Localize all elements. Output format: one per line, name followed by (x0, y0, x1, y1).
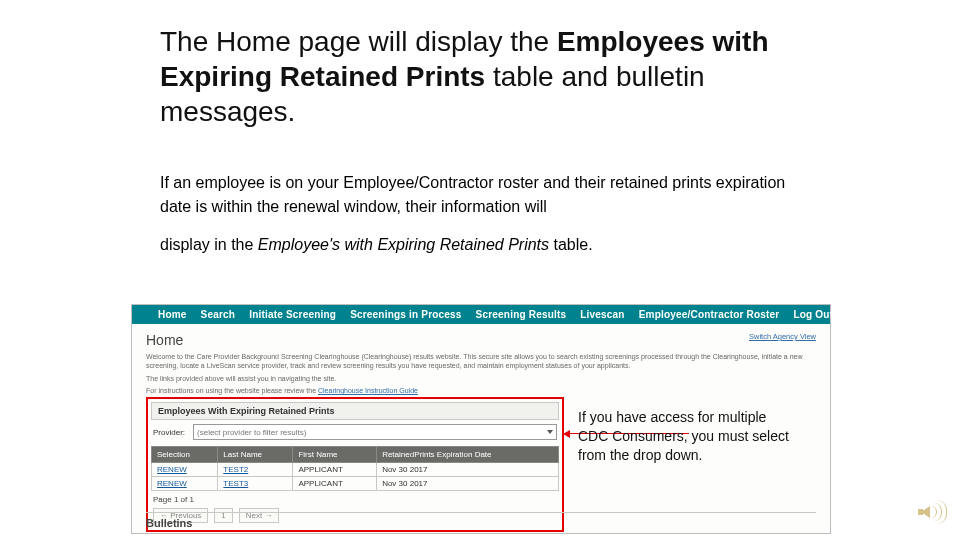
title-pre: The Home page will display the (160, 26, 557, 57)
welcome-blurb-3-pre: For instructions on using the website pl… (146, 387, 318, 394)
renew-link[interactable]: RENEW (152, 463, 218, 477)
expiration-cell: Nov 30 2017 (377, 477, 559, 491)
nav-roster[interactable]: Employee/Contractor Roster (639, 309, 780, 320)
body-paragraph: If an employee is on your Employee/Contr… (160, 171, 800, 257)
para2-pre: display in the (160, 236, 258, 253)
chevron-down-icon (547, 430, 553, 434)
provider-label: Provider: (153, 428, 185, 437)
nav-livescan[interactable]: Livescan (580, 309, 624, 320)
expiration-cell: Nov 30 2017 (377, 463, 559, 477)
welcome-blurb-2: The links provided above will assist you… (146, 374, 816, 383)
nav-home[interactable]: Home (158, 309, 187, 320)
instruction-guide-link[interactable]: Clearinghouse Instruction Guide (318, 387, 418, 394)
slide-title: The Home page will display the Employees… (160, 24, 800, 129)
col-last-name: Last Name (218, 447, 293, 463)
screenshot-navbar: Home Search Initiate Screening Screening… (132, 305, 830, 324)
nav-logout[interactable]: Log Out (793, 309, 833, 320)
home-heading: Home (146, 332, 816, 348)
table-row: RENEW TEST3 APPLICANT Nov 30 2017 (152, 477, 559, 491)
col-expiration: RetainedPrints Expiration Date (377, 447, 559, 463)
para2-italic: Employee's with Expiring Retained Prints (258, 236, 549, 253)
page-indicator: Page 1 of 1 (153, 495, 194, 504)
bulletins-heading: Bulletins (146, 512, 816, 529)
expiring-prints-table: Selection Last Name First Name RetainedP… (151, 446, 559, 491)
renew-link[interactable]: RENEW (152, 477, 218, 491)
col-first-name: First Name (293, 447, 377, 463)
nav-search[interactable]: Search (201, 309, 236, 320)
col-selection: Selection (152, 447, 218, 463)
para2-post: table. (549, 236, 593, 253)
para-line-1: If an employee is on your Employee/Contr… (160, 171, 800, 219)
provider-dropdown[interactable]: (select provider to filter results) (193, 424, 557, 440)
panel-title: Employees With Expiring Retained Prints (151, 402, 559, 420)
last-name-link[interactable]: TEST2 (218, 463, 293, 477)
last-name-link[interactable]: TEST3 (218, 477, 293, 491)
nav-screenings-in-process[interactable]: Screenings in Process (350, 309, 461, 320)
nav-screening-results[interactable]: Screening Results (476, 309, 567, 320)
first-name-cell: APPLICANT (293, 463, 377, 477)
switch-agency-view-link[interactable]: Switch Agency View (749, 332, 816, 341)
nav-initiate-screening[interactable]: Initiate Screening (249, 309, 336, 320)
speaker-icon (918, 498, 946, 526)
welcome-blurb-1: Welcome to the Care Provider Background … (146, 352, 816, 371)
dropdown-callout-text: If you have access for multiple CDC Cons… (578, 408, 798, 465)
first-name-cell: APPLICANT (293, 477, 377, 491)
table-row: RENEW TEST2 APPLICANT Nov 30 2017 (152, 463, 559, 477)
dropdown-placeholder: (select provider to filter results) (197, 428, 306, 437)
